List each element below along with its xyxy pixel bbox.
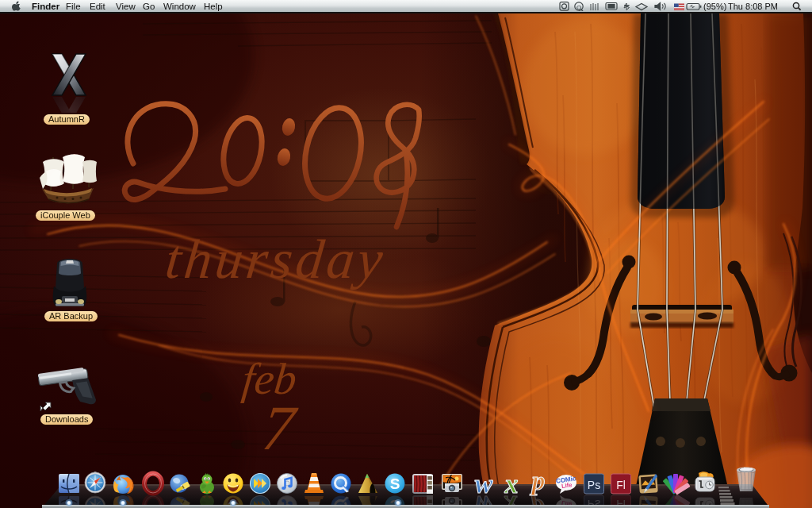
svg-text:p: p	[530, 467, 546, 495]
svg-text:Fl: Fl	[616, 479, 626, 491]
svg-text:w: w	[475, 469, 493, 498]
svg-text:x: x	[504, 469, 519, 498]
svg-text:Life: Life	[561, 481, 572, 490]
svg-text:Q: Q	[576, 4, 581, 11]
svg-text:Ps: Ps	[588, 479, 600, 491]
svg-text:S: S	[390, 475, 400, 492]
svg-text:thursday: thursday	[163, 228, 389, 290]
